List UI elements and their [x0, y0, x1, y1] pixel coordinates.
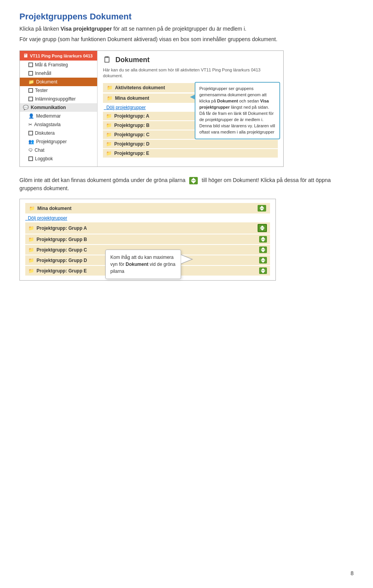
green-arrows-button-main[interactable] — [258, 205, 266, 212]
group2-d-left: 📁 Projektgrupp: Grupp D — [28, 258, 87, 263]
sidebar-item-medlemmar[interactable]: 👤 Medlemmar — [20, 112, 97, 120]
main-content-title: Dokument — [115, 56, 150, 64]
group2-a-left: 📁 Projektgrupp: Grupp A — [28, 225, 87, 231]
wrench-icon: ✂ — [28, 122, 32, 127]
sidebar-item-projektgrupper[interactable]: 👥 Projektgrupper — [20, 137, 97, 146]
group2-item-a[interactable]: 📁 Projektgrupp: Grupp A — [25, 222, 270, 234]
square-icon — [28, 97, 33, 101]
dolj-link-2[interactable]: Dölj projektgrupper — [25, 215, 270, 222]
sidebar-group-title: 🖥 VT11 Ping Pong lärarkurs 0413 — [20, 51, 97, 61]
page-number: 8 — [350, 570, 354, 576]
tooltip-balloon-2: Kom ihåg att du kan maximera vyn för Dok… — [105, 250, 181, 279]
folder-icon-e: 📁 — [106, 151, 112, 156]
folder-icon-2c: 📁 — [28, 247, 34, 253]
group-icon: 👥 — [28, 139, 34, 144]
sidebar-item-tester[interactable]: Tester — [20, 86, 97, 95]
folder-icon-2: 📁 — [107, 95, 113, 101]
page-title: Projektgruppens Dokument — [19, 12, 354, 22]
green-arrows-button-e[interactable] — [259, 267, 267, 274]
green-arrows-button-c[interactable] — [259, 246, 267, 253]
intro-paragraph-2: För varje grupp (som har funktionen Doku… — [19, 35, 354, 43]
sidebar-item-innehall[interactable]: Innehåll — [20, 69, 97, 78]
square-icon — [28, 62, 33, 67]
group2-c-left: 📁 Projektgrupp: Grupp C — [28, 247, 87, 253]
sidebar-item-maal[interactable]: Mål & Framsteg — [20, 61, 97, 69]
group-item-e[interactable]: 📁 Projektgrupp: E — [103, 149, 278, 158]
folder-icon-mina: 📁 — [29, 206, 35, 211]
green-arrows-icon — [189, 177, 198, 184]
sidebar-item-loggbok[interactable]: Loggbok — [20, 154, 97, 163]
screenshot-1: 🖥 VT11 Ping Pong lärarkurs 0413 Mål & Fr… — [19, 50, 284, 167]
folder-icon: 📁 — [107, 85, 113, 90]
green-arrows-button-a[interactable] — [258, 224, 267, 232]
square-icon — [28, 88, 33, 93]
screenshot-2: 📁 Mina dokument Dölj projektgrupper 📁 Pr… — [19, 199, 276, 281]
glom-paragraph: Glöm inte att det kan finnas dokument gö… — [19, 176, 354, 193]
sidebar-item-dokument[interactable]: 📁 Dokument — [20, 78, 97, 86]
chat-bubble-icon: 🗨 — [28, 148, 33, 153]
chat-icon: 💬 — [23, 105, 29, 110]
green-arrows-button-d[interactable] — [259, 257, 267, 264]
sidebar-item-anslagstavla[interactable]: ✂ Anslagstavla — [20, 120, 97, 129]
main-description: Här kan du se alla dokument som hör till… — [103, 67, 278, 79]
main-header: 🗒 Dokument — [103, 55, 278, 65]
sidebar-item-diskutera[interactable]: Diskutera — [20, 129, 97, 137]
folder-icon: 📁 — [28, 79, 34, 85]
folder-icon-2d: 📁 — [28, 258, 34, 263]
sidebar-item-inlamning[interactable]: Inlämningsuppgifter — [20, 95, 97, 103]
folder-icon-2b: 📁 — [28, 237, 34, 242]
folder-icon-c: 📁 — [106, 132, 112, 137]
folder-icon-2e: 📁 — [28, 268, 34, 274]
group2-item-b[interactable]: 📁 Projektgrupp: Grupp B — [25, 234, 270, 244]
folder-icon-2a: 📁 — [28, 225, 34, 231]
square-icon — [28, 156, 33, 161]
tooltip-balloon-1: Projektgrupper ser gruppens gemensamma d… — [195, 82, 280, 139]
square-icon — [28, 71, 33, 76]
group-item-d[interactable]: 📁 Projektgrupp: D — [103, 140, 278, 148]
tooltip-arrow-svg — [181, 255, 195, 264]
sidebar: 🖥 VT11 Ping Pong lärarkurs 0413 Mål & Fr… — [20, 51, 98, 167]
svg-marker-0 — [181, 255, 192, 264]
kommunikation-header: 💬 Kommunikation — [20, 103, 97, 112]
main-content-area: 🗒 Dokument Här kan du se alla dokument s… — [98, 51, 283, 167]
person-icon: 👤 — [28, 113, 34, 119]
group2-b-left: 📁 Projektgrupp: Grupp B — [28, 237, 87, 242]
green-arrows-button-b[interactable] — [259, 236, 267, 243]
folder-icon-b: 📁 — [106, 123, 112, 128]
sidebar-item-chat[interactable]: 🗨 Chat — [20, 146, 97, 154]
mina-dokument-left: 📁 Mina dokument — [29, 206, 71, 211]
folder-icon-a: 📁 — [106, 113, 112, 119]
monitor-icon: 🖥 — [23, 53, 28, 59]
intro-paragraph-1: Klicka på länken Visa projektgrupper för… — [19, 25, 354, 33]
folder-icon-d: 📁 — [106, 141, 112, 147]
square-icon — [28, 131, 33, 135]
document-big-icon: 🗒 — [103, 55, 112, 65]
mina-dokument-section-2[interactable]: 📁 Mina dokument — [25, 203, 270, 213]
group2-e-left: 📁 Projektgrupp: Grupp E — [28, 268, 87, 274]
